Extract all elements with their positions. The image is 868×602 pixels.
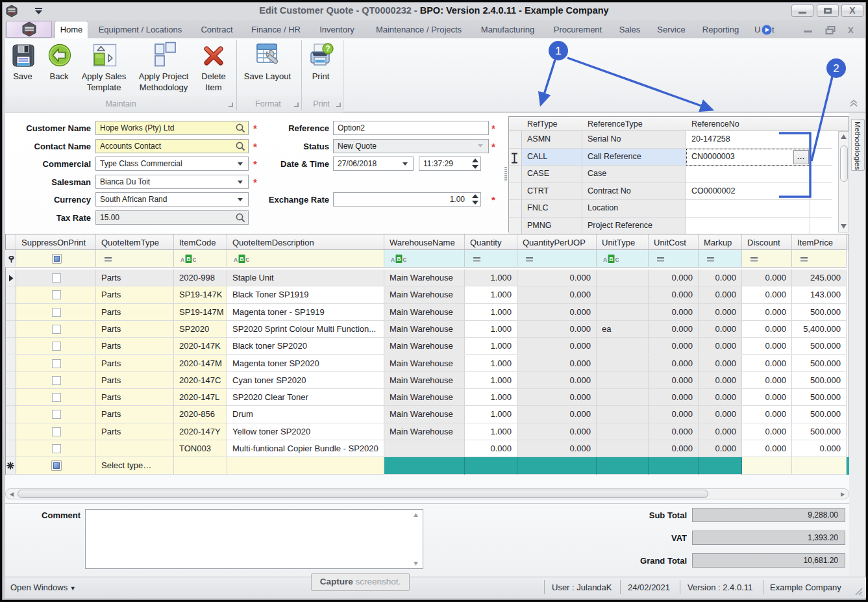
svg-text:A: A — [603, 257, 607, 263]
svg-text:?: ? — [325, 44, 330, 53]
svg-text:A: A — [180, 257, 184, 263]
svg-text:A: A — [391, 257, 395, 263]
svg-text:B: B — [186, 256, 191, 262]
svg-text:C: C — [403, 257, 407, 263]
svg-text:B: B — [397, 256, 401, 262]
svg-text:C: C — [615, 257, 619, 263]
svg-text:B: B — [240, 256, 244, 262]
svg-text:C: C — [246, 257, 250, 263]
svg-text:C: C — [193, 257, 197, 263]
svg-text:A: A — [234, 257, 238, 263]
svg-text:B: B — [609, 256, 614, 262]
